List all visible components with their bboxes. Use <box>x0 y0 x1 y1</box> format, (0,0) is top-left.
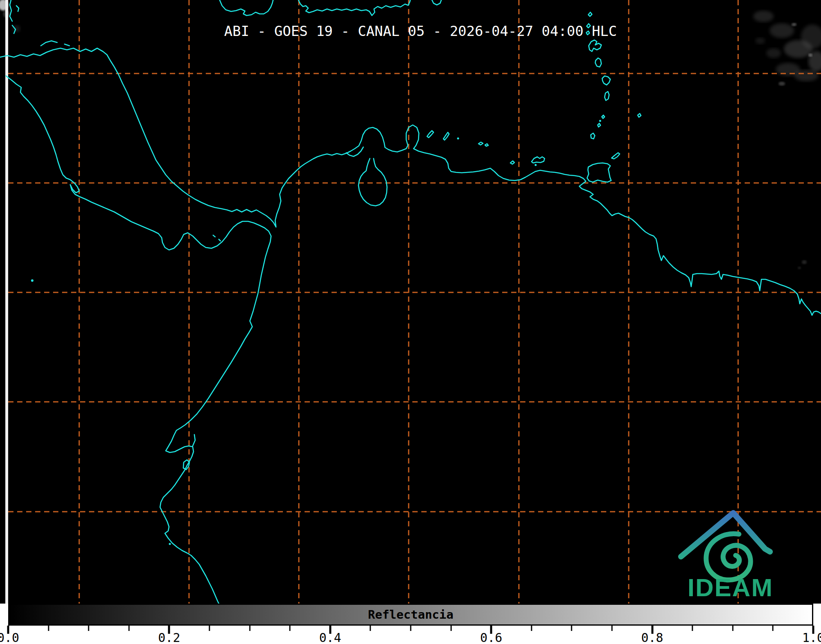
colorbar-minor-tick <box>450 626 452 631</box>
island-grenadines-1 <box>602 115 605 118</box>
coast-pacific-mainland <box>6 76 271 604</box>
colorbar-minor-tick <box>289 626 291 631</box>
colorbar-tick-label: 0.4 <box>319 631 341 644</box>
colorbar-minor-tick <box>732 626 733 631</box>
estuary-guayas <box>193 435 195 446</box>
island-st-lucia <box>605 91 609 100</box>
island-las-aves-1 <box>478 142 483 145</box>
island-guadeloupe <box>589 40 601 51</box>
islet-dot-4 <box>169 543 171 545</box>
colorbar-minor-tick <box>48 626 49 631</box>
satellite-image-figure: ABI - GOES 19 - CANAL 05 - 2026-04-27 04… <box>0 0 821 644</box>
image-title: ABI - GOES 19 - CANAL 05 - 2026-04-27 04… <box>224 23 617 39</box>
colorbar-minor-tick <box>612 626 613 631</box>
island-curacao <box>427 131 434 138</box>
island-las-aves-2 <box>485 144 488 146</box>
island-grenada <box>591 133 595 139</box>
coast-fragment-topleft-1 <box>10 0 12 21</box>
islet-dot-2 <box>535 164 537 166</box>
colorbar-tick-label: 0.0 <box>0 631 19 644</box>
ideam-logo: IDEAM <box>674 506 796 604</box>
islet-dot-1 <box>457 138 459 140</box>
island-pearl-2 <box>219 239 220 241</box>
cloud-layer <box>0 0 821 269</box>
island-bonaire <box>443 132 449 140</box>
coast-bay-islands-1 <box>41 41 57 46</box>
colorbar-minor-tick <box>531 626 532 631</box>
island-trinidad <box>587 163 611 182</box>
island-martinique <box>602 76 610 85</box>
colorbar-minor-tick <box>370 626 371 631</box>
coast-caribbean-mainland <box>0 48 821 315</box>
colorbar-area: Reflectancia 0.00.20.40.60.81.0 <box>0 604 821 644</box>
colorbar-tick-label: 0.2 <box>158 631 180 644</box>
island-antigua <box>588 12 592 16</box>
coast-fragment-top <box>432 0 441 5</box>
island-barbados <box>638 114 641 117</box>
island-pearl-1 <box>213 235 215 237</box>
colorbar-minor-tick <box>249 626 250 631</box>
ideam-logo-text: IDEAM <box>688 573 773 602</box>
colorbar-gradient: Reflectancia <box>8 604 813 626</box>
colorbar-label: Reflectancia <box>9 608 812 622</box>
colorbar-minor-tick <box>410 626 412 631</box>
colorbar-minor-tick <box>571 626 572 631</box>
colorbar-minor-tick <box>88 626 89 631</box>
island-margarita <box>532 157 545 163</box>
island-tobago <box>612 153 620 159</box>
colorbar-minor-tick <box>209 626 210 631</box>
coast-lake-maracaibo <box>358 158 387 206</box>
coast-hispaniola <box>298 0 410 16</box>
map-area: ABI - GOES 19 - CANAL 05 - 2026-04-27 04… <box>0 0 821 604</box>
island-dominica <box>595 58 601 67</box>
colorbar-minor-tick <box>128 626 129 631</box>
island-grenadines-2 <box>598 123 601 127</box>
colorbar-minor-tick <box>772 626 774 631</box>
coast-fragment-topleft-2 <box>16 6 19 11</box>
islet-dot-3 <box>599 120 601 122</box>
colorbar-tick-label: 0.8 <box>641 631 663 644</box>
coast-jamaica <box>220 0 273 16</box>
island-coche <box>510 161 514 164</box>
colorbar-tick-label: 1.0 <box>802 631 821 644</box>
scan-edge-strip <box>5 0 8 604</box>
coast-bay-islands-2 <box>65 44 69 46</box>
islet-malpelo <box>31 279 33 282</box>
colorbar-tick-label: 0.6 <box>480 631 502 644</box>
colorbar-minor-tick <box>692 626 693 631</box>
